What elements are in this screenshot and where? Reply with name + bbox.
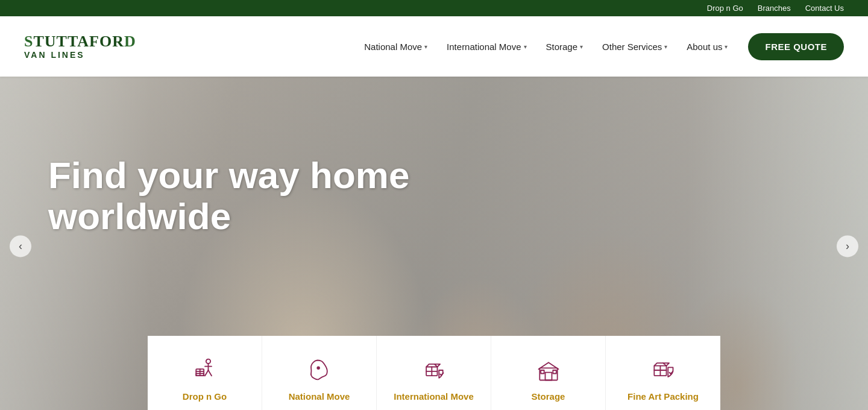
service-label-fine-art-packing: Fine Art Packing (627, 391, 699, 403)
service-label-national-move: National Move (289, 391, 350, 403)
international-move-icon (420, 356, 448, 385)
hero-section: Find your way home worldwide ‹ › (0, 77, 868, 410)
svg-point-9 (317, 367, 319, 370)
topbar-contact-us[interactable]: Contact Us (805, 4, 844, 13)
storage-icon (534, 356, 563, 385)
chevron-down-icon: ▾ (580, 43, 583, 50)
national-move-icon (305, 356, 334, 385)
topbar-drop-n-go[interactable]: Drop n Go (707, 4, 743, 13)
top-bar: Drop n Go Branches Contact Us (0, 0, 868, 16)
nav-storage[interactable]: Storage ▾ (538, 36, 592, 58)
topbar-branches[interactable]: Branches (758, 4, 791, 13)
chevron-down-icon: ▾ (664, 43, 667, 50)
logo[interactable]: StuttaforD VAN LINES (24, 34, 136, 59)
hero-text: Find your way home worldwide (48, 155, 409, 237)
carousel-arrow-left[interactable]: ‹ (10, 235, 31, 257)
drop-n-go-icon (190, 356, 219, 385)
svg-rect-15 (545, 373, 552, 380)
nav-about-us[interactable]: About us ▾ (678, 36, 736, 58)
service-label-drop-n-go: Drop n Go (183, 391, 227, 403)
chevron-down-icon: ▾ (424, 43, 427, 50)
main-nav: National Move ▾ International Move ▾ Sto… (356, 33, 844, 60)
service-label-storage: Storage (532, 391, 565, 403)
service-label-international-move: International Move (394, 391, 474, 403)
service-card-international-move[interactable]: International Move (377, 336, 491, 410)
logo-name-bottom: VAN LINES (24, 51, 136, 59)
header: StuttaforD VAN LINES National Move ▾ Int… (0, 16, 868, 77)
service-cards: Drop n Go National Move (0, 336, 868, 410)
chevron-down-icon: ▾ (524, 43, 527, 50)
hero-title: Find your way home worldwide (48, 155, 409, 237)
fine-art-packing-icon (649, 356, 678, 385)
service-card-fine-art-packing[interactable]: Fine Art Packing (606, 336, 720, 410)
svg-line-4 (208, 370, 212, 376)
svg-point-0 (206, 359, 210, 364)
service-card-drop-n-go[interactable]: Drop n Go (148, 336, 262, 410)
carousel-arrow-right[interactable]: › (837, 235, 858, 257)
service-card-storage[interactable]: Storage (491, 336, 606, 410)
logo-name-top: StuttaforD (24, 34, 136, 49)
nav-national-move[interactable]: National Move ▾ (356, 36, 436, 58)
nav-other-services[interactable]: Other Services ▾ (594, 36, 676, 58)
svg-rect-17 (553, 370, 556, 374)
svg-line-3 (205, 370, 209, 376)
nav-international-move[interactable]: International Move ▾ (438, 36, 535, 58)
service-card-national-move[interactable]: National Move (262, 336, 377, 410)
chevron-down-icon: ▾ (725, 43, 728, 50)
svg-rect-16 (541, 370, 544, 374)
free-quote-button[interactable]: FREE QUOTE (748, 33, 844, 60)
